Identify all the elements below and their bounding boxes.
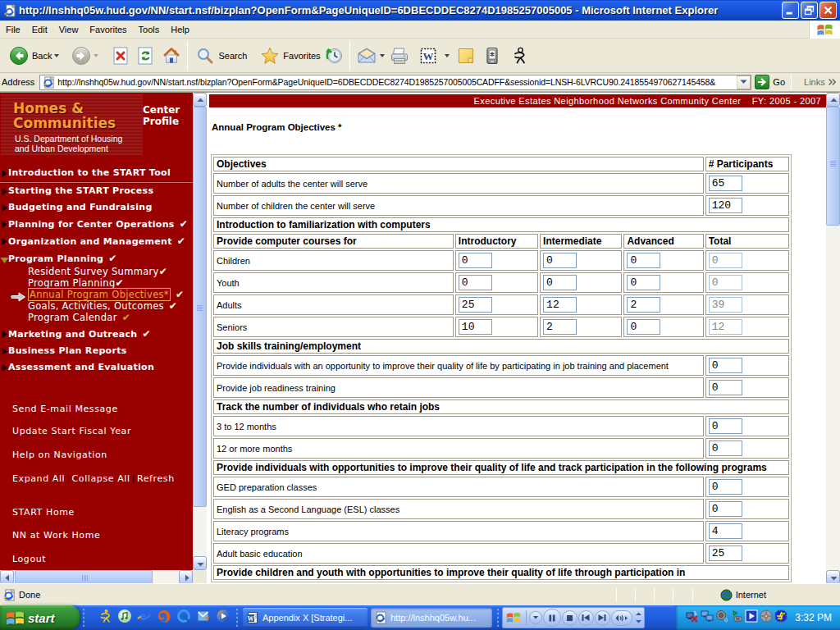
count-input[interactable] (627, 275, 660, 290)
quicklaunch-wmp-icon[interactable] (213, 609, 233, 627)
mail-dropdown[interactable] (380, 54, 385, 57)
main-vscroll-up-button[interactable] (826, 93, 840, 107)
word-edit-dropdown[interactable] (445, 54, 450, 57)
messenger-button[interactable] (480, 40, 504, 71)
aim-button[interactable] (506, 40, 532, 71)
minimize-button[interactable] (782, 2, 799, 19)
sidebar-link-help-on-navigation[interactable]: Help on Navigation (0, 450, 193, 460)
discuss-button[interactable] (453, 40, 479, 71)
tray-wifi-error-icon[interactable] (685, 609, 700, 626)
nav-item-planning-for-center-operations[interactable]: Planning for Center Operations✔ (0, 216, 193, 233)
nav-item-organization-and-management[interactable]: Organization and Management✔ (0, 233, 193, 250)
start-button[interactable]: start (0, 605, 80, 630)
forward-dropdown[interactable] (94, 54, 98, 57)
favorites-button[interactable]: Favorites (257, 40, 323, 71)
tray-power-icon[interactable] (774, 609, 788, 626)
left-frame-hscrollbar[interactable] (0, 570, 193, 584)
wmp-band-expand[interactable] (634, 610, 643, 625)
search-button[interactable]: Search (192, 40, 250, 71)
sidebar-link-send-e-mail-message[interactable]: Send E-mail Message (0, 404, 193, 414)
wmp-menu-button[interactable] (529, 611, 542, 624)
wmp-grip[interactable] (495, 609, 500, 627)
sidebar-link-start-home[interactable]: START Home (0, 508, 193, 518)
participants-input[interactable] (709, 176, 742, 191)
mail-button[interactable] (353, 40, 388, 71)
quicklaunch-itunes-icon[interactable] (115, 609, 135, 627)
wmp-previous-button[interactable] (578, 610, 594, 626)
count-input[interactable] (459, 297, 492, 313)
participants-input[interactable] (709, 418, 742, 434)
main-vscroll-down-button[interactable] (826, 570, 840, 584)
nav-item-introduction-to-the-start-tool[interactable]: Introduction to the START Tool (0, 165, 193, 181)
taskband-grip[interactable] (235, 609, 240, 627)
count-input[interactable] (459, 253, 492, 268)
nav-item-program-calendar[interactable]: Program Calendar✔ (0, 312, 193, 323)
sidebar-link-refresh[interactable]: Refresh (137, 473, 175, 484)
participants-input[interactable] (709, 198, 742, 213)
hud-logo[interactable]: Homes & Communities U.S. Department of H… (1, 94, 143, 155)
menu-help[interactable]: Help (165, 22, 195, 37)
participants-input[interactable] (709, 479, 742, 495)
participants-input[interactable] (709, 380, 742, 395)
nav-item-program-planning[interactable]: Program Planning✔ (0, 277, 193, 289)
sidebar-link-nn-at-work-home[interactable]: NN at Work Home (0, 531, 193, 541)
left-vscroll-thumb[interactable] (193, 107, 207, 507)
wmp-stop-button[interactable] (562, 610, 578, 626)
nav-item-annual-program-objectives[interactable]: Annual Program Objectives*✔ (0, 289, 193, 300)
links-zone[interactable]: Links (804, 77, 837, 87)
taskbar-window-2[interactable]: http://lnshhq05w.hu... (371, 608, 492, 628)
count-input[interactable] (627, 319, 660, 335)
nav-item-starting-the-start-process[interactable]: Starting the START Process (0, 183, 193, 199)
nav-item-budgeting-and-fundraising[interactable]: Budgeting and Fundraising (0, 199, 193, 216)
nav-item-program-planning[interactable]: Program Planning✔ (0, 250, 193, 267)
left-hscroll-left-button[interactable] (0, 570, 14, 584)
address-input[interactable]: http://lnshhq05w.hud.gov/NN/start.nsf/bi… (39, 75, 751, 90)
quicklaunch-outlook-icon[interactable] (194, 609, 213, 627)
count-input[interactable] (627, 253, 660, 268)
forward-button[interactable] (68, 40, 102, 71)
participants-input[interactable] (709, 441, 742, 456)
count-input[interactable] (543, 319, 577, 335)
stop-button[interactable] (108, 40, 134, 71)
refresh-button[interactable] (133, 40, 158, 71)
nav-item-assessment-and-evaluation[interactable]: Assessment and Evaluation (0, 359, 193, 376)
nav-item-marketing-and-outreach[interactable]: Marketing and Outreach✔ (0, 326, 193, 343)
go-button[interactable]: Go (755, 75, 785, 89)
participants-input[interactable] (709, 501, 742, 517)
sidebar-link-expand-all[interactable]: Expand All (12, 473, 65, 484)
print-button[interactable] (386, 40, 413, 71)
wmp-next-button[interactable] (595, 610, 610, 626)
quicklaunch-aim-icon[interactable] (95, 609, 115, 627)
sidebar-link-logout[interactable]: Logout (0, 555, 193, 564)
quicklaunch-ie-icon[interactable]: e (135, 609, 154, 627)
main-vscrollbar[interactable] (826, 93, 840, 584)
left-vscroll-down-button[interactable] (193, 556, 207, 570)
nav-item-goals-activities-outcomes[interactable]: Goals, Activities, Outcomes✔ (0, 300, 193, 312)
wmp-pause-button[interactable] (543, 609, 561, 627)
main-vscroll-thumb[interactable] (826, 107, 840, 226)
participants-input[interactable] (709, 523, 742, 539)
nav-item-business-plan-reports[interactable]: Business Plan Reports (0, 343, 193, 359)
menu-view[interactable]: View (53, 22, 84, 37)
restore-button[interactable] (801, 2, 818, 19)
tray-remove-hardware-icon[interactable] (729, 609, 744, 626)
nav-item-label[interactable]: Annual Program Objectives* (28, 288, 171, 301)
sidebar-link-update-start-fiscal-year[interactable]: Update Start Fiscal Year (0, 427, 193, 436)
count-input[interactable] (459, 275, 492, 290)
home-button[interactable] (158, 40, 185, 71)
participants-input[interactable] (709, 546, 742, 561)
close-button[interactable] (819, 2, 837, 19)
participants-input[interactable] (709, 358, 742, 373)
menu-edit[interactable]: Edit (26, 22, 53, 37)
left-hscroll-right-button[interactable] (179, 570, 193, 584)
quicklaunch-firefox-icon[interactable] (154, 609, 174, 627)
sidebar-link-collapse-all[interactable]: Collapse All (72, 473, 130, 484)
address-dropdown[interactable] (737, 75, 751, 89)
count-input[interactable] (543, 253, 577, 268)
back-button[interactable]: Back (6, 40, 62, 71)
tray-speaker-icon[interactable] (714, 609, 729, 626)
edit-with-word-button[interactable]: W (415, 40, 453, 71)
tray-disc-icon[interactable] (759, 609, 774, 626)
taskbar-window-1[interactable]: WAppendix X [Strategi... (243, 608, 368, 628)
tray-media-play-icon[interactable] (744, 609, 759, 626)
